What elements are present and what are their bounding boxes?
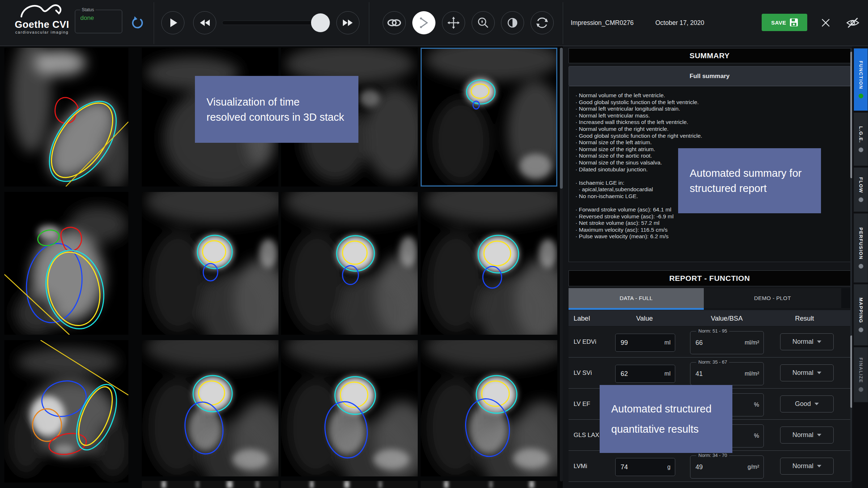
logo-subtitle: cardiovascular imaging — [4, 30, 80, 34]
full-summary-dropdown[interactable]: Full summary — [569, 66, 851, 86]
sidebar-tab-flow[interactable]: FLOW — [854, 167, 868, 212]
mri-cell-axial-4ch[interactable] — [4, 340, 128, 483]
value-text: 99 — [616, 339, 628, 347]
value-input[interactable]: 62 ml — [615, 365, 675, 383]
row-label: LV SVi — [574, 358, 606, 389]
norm-range-label: Norm: 34 - 70 — [696, 453, 729, 458]
fast-forward-button[interactable] — [336, 11, 359, 34]
close-button[interactable] — [818, 15, 833, 30]
link-icon — [387, 18, 401, 27]
col-label: Label — [574, 310, 590, 326]
sidebar-tab-function[interactable]: FUNCTION — [854, 48, 868, 111]
mri-cell-partial-2[interactable] — [281, 481, 418, 488]
mri-cell-sax-base-1[interactable] — [142, 340, 278, 476]
value-text: 74 — [616, 463, 628, 471]
status-label: Status — [80, 7, 95, 12]
mri-cell-lax-2ch[interactable] — [4, 48, 128, 187]
result-dropdown[interactable]: Normal — [780, 458, 834, 475]
col-value: Value — [632, 310, 657, 326]
refresh-icon[interactable] — [131, 16, 144, 29]
chevron-down-icon — [814, 403, 819, 405]
value-input[interactable]: 99 ml — [615, 334, 675, 352]
reset-button[interactable] — [531, 11, 554, 34]
status-dot — [859, 197, 863, 202]
summary-line: · Normal size of the left atrium. — [575, 139, 850, 146]
zoom-button[interactable] — [472, 11, 495, 34]
mri-cell-sax-mid-2[interactable] — [281, 192, 418, 335]
bsa-value-input[interactable]: Norm: 51 - 95 66 ml/m² — [690, 331, 764, 354]
grid-scrollbar-thumb[interactable] — [560, 48, 563, 189]
mri-cell-sax-mid-3[interactable] — [421, 192, 557, 335]
report-tabs: DATA - FULL DEMO - PLOT — [569, 288, 851, 308]
result-dropdown[interactable]: Normal — [780, 364, 834, 381]
annotation-contours: Visualization of time resolved contours … — [195, 76, 358, 143]
sidebar-tab-mapping[interactable]: MAPPING — [854, 284, 868, 346]
slider-handle[interactable] — [311, 13, 330, 32]
norm-range-label: Norm: 35 - 67 — [696, 359, 729, 365]
bsa-value-text: 41 — [690, 370, 703, 378]
summary-line: · Normal left ventricular mass. — [575, 112, 850, 119]
visibility-toggle-button[interactable] — [844, 15, 861, 30]
play-button[interactable] — [161, 11, 184, 34]
top-toolbar: Goethe CVI cardiovascular imaging Status… — [0, 0, 868, 46]
mri-cell-sax-selected[interactable] — [421, 48, 557, 187]
chevron-down-icon — [817, 341, 821, 343]
result-value: Normal — [792, 338, 813, 346]
reset-icon — [536, 16, 549, 29]
mri-cell-lax-3ch[interactable] — [4, 192, 128, 335]
contrast-button[interactable] — [501, 11, 524, 34]
status-value: done — [80, 14, 117, 22]
bsa-value-input[interactable]: Norm: 35 - 67 41 ml/m² — [690, 362, 764, 385]
tab-demo-plot[interactable]: DEMO - PLOT — [704, 288, 841, 308]
angle-tool-button[interactable] — [412, 11, 435, 34]
angle-tool-icon — [418, 17, 430, 29]
sidebar-tab-perfusion[interactable]: PERFUSION — [854, 213, 868, 283]
tab-data-full[interactable]: DATA - FULL — [569, 288, 704, 308]
mri-cell-partial-3[interactable] — [421, 481, 557, 488]
bsa-value-text: 49 — [690, 463, 703, 471]
chevron-down-icon — [817, 465, 821, 467]
summary-line: · Maximum velocity (asc): 116.5 cm/s — [575, 227, 850, 234]
bsa-value-text: 66 — [690, 339, 703, 347]
result-dropdown[interactable]: Good — [780, 395, 834, 412]
save-button[interactable]: SAVE — [762, 14, 807, 31]
mri-cell-sax-base-2[interactable] — [281, 340, 418, 476]
result-value: Normal — [792, 369, 813, 377]
summary-line: · Normal left ventricular longitudinal s… — [575, 106, 850, 112]
value-input[interactable]: 74 g — [615, 458, 675, 476]
col-result: Result — [793, 310, 816, 326]
bsa-unit: g/m² — [748, 464, 763, 470]
study-date: October 17, 2020 — [655, 19, 704, 27]
mri-cell-partial-1[interactable] — [142, 481, 278, 488]
link-views-button[interactable] — [383, 11, 406, 34]
result-value: Good — [795, 400, 811, 408]
result-value: Normal — [792, 431, 813, 439]
result-dropdown[interactable]: Normal — [780, 333, 834, 350]
pan-button[interactable] — [442, 11, 465, 34]
status-dot-dim — [859, 387, 863, 392]
logo-swoosh-icon — [15, 1, 69, 18]
frame-slider[interactable] — [222, 21, 331, 25]
norm-range-label: Norm: 51 - 95 — [696, 328, 729, 334]
bsa-unit: % — [754, 402, 763, 408]
mri-cell-sax-base-3[interactable] — [421, 340, 557, 476]
table-row: LV EDVi 99 ml Norm: 51 - 95 66 ml/m² Nor… — [569, 326, 851, 358]
pan-icon — [447, 16, 460, 29]
bsa-unit: % — [754, 433, 763, 439]
status-dot — [859, 264, 863, 269]
toolbar-divider — [369, 2, 369, 44]
sidebar-tab-finalize[interactable]: FINALIZE — [854, 347, 868, 402]
rewind-button[interactable] — [193, 11, 216, 34]
result-dropdown[interactable]: Normal — [780, 427, 834, 444]
mri-cell-sax-mid-1[interactable] — [142, 192, 278, 335]
app-logo: Goethe CVI cardiovascular imaging — [4, 1, 80, 34]
bsa-value-input[interactable]: Norm: 34 - 70 49 g/m² — [690, 455, 764, 479]
summary-line: · Normal volume of the right ventricle. — [575, 126, 850, 133]
sidebar-tab-lge[interactable]: L.G.E. — [854, 112, 868, 166]
value-unit: g — [667, 464, 675, 470]
status-dot — [859, 328, 863, 332]
status-dot — [859, 147, 863, 152]
fast-forward-icon — [341, 18, 354, 27]
value-unit: ml — [664, 339, 675, 346]
grid-scrollbar[interactable] — [560, 48, 563, 481]
